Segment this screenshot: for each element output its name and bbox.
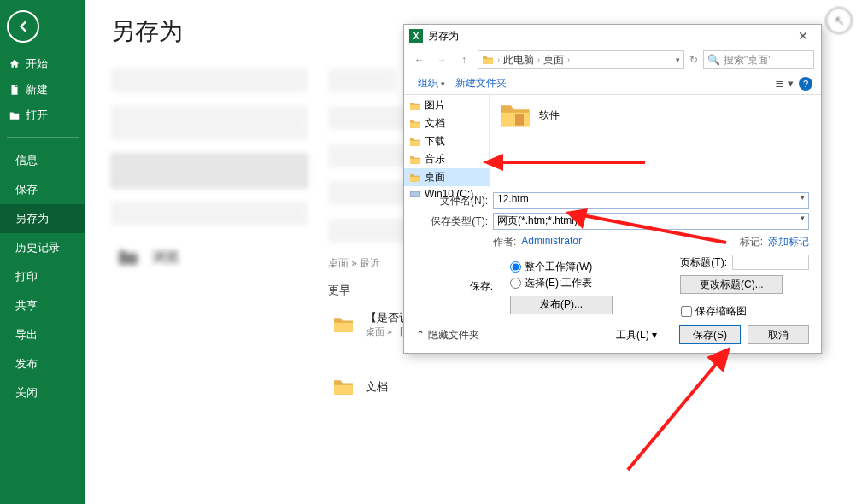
chevron-up-icon: ⌃ xyxy=(416,329,425,341)
filename-label: 文件名(N): xyxy=(416,194,493,208)
location-recent[interactable] xyxy=(111,68,308,92)
nav-back-button[interactable]: ← xyxy=(411,51,428,68)
folder-tree: 图片 文档 下载 音乐 桌面 Win10 (C:) xyxy=(404,95,490,187)
bc-desktop[interactable]: 桌面 xyxy=(543,53,564,67)
location-onedrive[interactable] xyxy=(111,106,308,140)
tools-dropdown[interactable]: 工具(L) ▾ xyxy=(616,328,657,343)
pagetitle-input[interactable] xyxy=(732,255,809,270)
tags-label: 标记: xyxy=(740,235,763,249)
tags-value[interactable]: 添加标记 xyxy=(768,235,809,249)
arrow-left-icon xyxy=(15,18,32,35)
filetype-dropdown[interactable]: 网页(*.htm;*.html) xyxy=(493,213,809,230)
recent-file-name: 文档 xyxy=(366,379,388,395)
folder-icon xyxy=(116,248,140,267)
filetype-label: 保存类型(T): xyxy=(416,214,493,229)
excel-icon: X xyxy=(409,29,423,43)
nav-open[interactable]: 打开 xyxy=(0,103,85,128)
search-placeholder: 搜索"桌面" xyxy=(724,53,772,67)
file-item-soft[interactable]: 软件 xyxy=(498,100,812,131)
nav-forward-button[interactable]: → xyxy=(433,51,450,68)
nav-divider xyxy=(7,137,79,138)
radio-whole-workbook[interactable]: 整个工作簿(W) xyxy=(510,260,613,274)
dialog-body: 图片 文档 下载 音乐 桌面 Win10 (C:) 软件 xyxy=(404,95,821,187)
filename-input[interactable]: 12.htm xyxy=(493,192,809,209)
dialog-navbar: ← → ↑ › 此电脑 › 桌面 › ▾ ↻ 🔍 搜索"桌面" xyxy=(404,47,821,73)
hidefolders-button[interactable]: ⌃隐藏文件夹 xyxy=(416,328,479,343)
nav-saveas[interactable]: 另存为 xyxy=(0,204,85,233)
view-options-button[interactable]: ≣ ▾ xyxy=(775,77,794,90)
browse-label: 浏览 xyxy=(152,249,179,267)
hint-icon: ↖ xyxy=(825,7,853,34)
svg-rect-1 xyxy=(515,114,524,125)
nav-history[interactable]: 历史记录 xyxy=(0,233,85,262)
location-heading xyxy=(328,68,396,92)
nav-save[interactable]: 保存 xyxy=(0,175,85,204)
nav-print[interactable]: 打印 xyxy=(0,262,85,291)
open-folder-icon xyxy=(9,109,21,121)
nav-publish[interactable]: 发布 xyxy=(0,349,85,378)
nav-home-label: 开始 xyxy=(26,56,48,72)
chevron-down-icon[interactable]: ▾ xyxy=(676,56,680,64)
file-item-label: 软件 xyxy=(539,108,560,123)
nav-close[interactable]: 关闭 xyxy=(0,378,85,407)
backstage-sidebar: 开始 新建 打开 信息 保存 另存为 历史记录 打印 共享 导出 发布 关闭 xyxy=(0,0,85,504)
tree-music[interactable]: 音乐 xyxy=(404,150,489,168)
home-icon xyxy=(9,58,21,70)
thumbnail-checkbox[interactable]: 保存缩略图 xyxy=(681,304,809,319)
dialog-toolbar: 组织 新建文件夹 ≣ ▾ ? xyxy=(404,73,821,95)
location-add[interactable] xyxy=(111,202,308,226)
nav-home[interactable]: 开始 xyxy=(0,51,85,77)
folder-icon xyxy=(482,55,494,65)
tree-downloads[interactable]: 下载 xyxy=(404,132,489,150)
bc-thispc[interactable]: 此电脑 xyxy=(503,53,534,67)
file-area[interactable]: 软件 xyxy=(490,95,821,187)
nav-up-button[interactable]: ↑ xyxy=(455,51,472,68)
author-value[interactable]: Administrator xyxy=(521,235,582,249)
recent-file-row[interactable]: 文档 xyxy=(328,371,842,403)
dialog-form: 文件名(N): 12.htm 保存类型(T): 网页(*.htm;*.html)… xyxy=(404,187,821,319)
nav-open-label: 打开 xyxy=(26,108,48,123)
dialog-titlebar: X 另存为 ✕ xyxy=(404,25,821,47)
chevron-right-icon: › xyxy=(567,56,570,64)
nav-export[interactable]: 导出 xyxy=(0,320,85,349)
tree-documents[interactable]: 文档 xyxy=(404,114,489,132)
search-icon: 🔍 xyxy=(707,54,720,66)
breadcrumb[interactable]: › 此电脑 › 桌面 › ▾ xyxy=(478,50,684,69)
close-button[interactable]: ✕ xyxy=(790,29,816,43)
nav-new-label: 新建 xyxy=(26,82,48,97)
organize-button[interactable]: 组织 xyxy=(413,76,450,91)
pagetitle-label: 页标题(T): xyxy=(680,255,727,270)
newfolder-button[interactable]: 新建文件夹 xyxy=(450,76,512,91)
browse-button[interactable]: 浏览 xyxy=(111,239,308,275)
folder-icon xyxy=(331,315,355,334)
location-thispc[interactable] xyxy=(111,154,308,188)
folder-icon xyxy=(498,100,532,131)
chevron-right-icon: › xyxy=(537,56,540,64)
save-button[interactable]: 保存(S) xyxy=(679,325,741,344)
dialog-title: 另存为 xyxy=(428,29,790,44)
publish-button[interactable]: 发布(P)... xyxy=(510,296,613,314)
search-input[interactable]: 🔍 搜索"桌面" xyxy=(703,50,814,69)
nav-new[interactable]: 新建 xyxy=(0,77,85,103)
saveas-locations: 浏览 xyxy=(111,55,308,403)
author-label: 作者: xyxy=(493,235,516,249)
tree-pictures[interactable]: 图片 xyxy=(404,97,489,114)
nav-info[interactable]: 信息 xyxy=(0,146,85,175)
dialog-footer: ⌃隐藏文件夹 工具(L) ▾ 保存(S) 取消 xyxy=(404,319,821,353)
cancel-button[interactable]: 取消 xyxy=(748,325,809,344)
refresh-button[interactable]: ↻ xyxy=(689,54,698,66)
new-file-icon xyxy=(9,84,21,96)
help-button[interactable]: ? xyxy=(799,77,812,91)
nav-share[interactable]: 共享 xyxy=(0,291,85,320)
save-scope-label: 保存: xyxy=(416,279,493,294)
chevron-right-icon: › xyxy=(497,56,500,64)
saveas-dialog: X 另存为 ✕ ← → ↑ › 此电脑 › 桌面 › ▾ ↻ 🔍 搜索"桌面" … xyxy=(403,24,822,354)
folder-icon xyxy=(331,378,355,396)
back-button[interactable] xyxy=(7,10,39,43)
changetitle-button[interactable]: 更改标题(C)... xyxy=(680,275,783,294)
tree-desktop[interactable]: 桌面 xyxy=(404,168,489,186)
radio-selection[interactable]: 选择(E):工作表 xyxy=(510,276,613,290)
